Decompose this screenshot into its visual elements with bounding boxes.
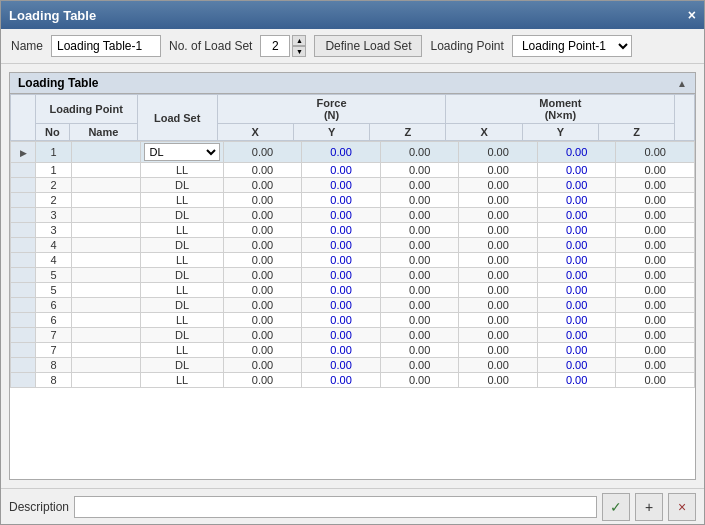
- cell-force-y[interactable]: 0.00: [302, 193, 381, 208]
- cell-moment-x[interactable]: 0.00: [459, 238, 538, 253]
- cell-force-z[interactable]: 0.00: [380, 268, 459, 283]
- cell-force-y[interactable]: 0.00: [302, 142, 381, 163]
- confirm-button[interactable]: ✓: [602, 493, 630, 521]
- spinner-down-button[interactable]: ▼: [292, 46, 306, 57]
- cell-moment-z[interactable]: 0.00: [616, 223, 695, 238]
- cell-moment-y[interactable]: 0.00: [537, 358, 616, 373]
- cell-force-x[interactable]: 0.00: [223, 253, 302, 268]
- cell-moment-y[interactable]: 0.00: [537, 268, 616, 283]
- cell-force-z[interactable]: 0.00: [380, 313, 459, 328]
- cell-force-x[interactable]: 0.00: [223, 238, 302, 253]
- name-input[interactable]: [51, 35, 161, 57]
- cell-force-z[interactable]: 0.00: [380, 193, 459, 208]
- cell-force-x[interactable]: 0.00: [223, 313, 302, 328]
- cell-moment-z[interactable]: 0.00: [616, 163, 695, 178]
- cell-force-x[interactable]: 0.00: [223, 328, 302, 343]
- cell-moment-y[interactable]: 0.00: [537, 343, 616, 358]
- cell-force-z[interactable]: 0.00: [380, 358, 459, 373]
- cell-moment-x[interactable]: 0.00: [459, 313, 538, 328]
- cell-moment-y[interactable]: 0.00: [537, 253, 616, 268]
- cell-moment-x[interactable]: 0.00: [459, 373, 538, 388]
- cell-force-z[interactable]: 0.00: [380, 142, 459, 163]
- cell-force-y[interactable]: 0.00: [302, 238, 381, 253]
- cell-force-y[interactable]: 0.00: [302, 283, 381, 298]
- cell-moment-x[interactable]: 0.00: [459, 208, 538, 223]
- cell-moment-x[interactable]: 0.00: [459, 163, 538, 178]
- cell-force-z[interactable]: 0.00: [380, 328, 459, 343]
- cell-moment-x[interactable]: 0.00: [459, 343, 538, 358]
- description-input[interactable]: [74, 496, 597, 518]
- cell-moment-x[interactable]: 0.00: [459, 283, 538, 298]
- cell-force-y[interactable]: 0.00: [302, 343, 381, 358]
- cell-moment-y[interactable]: 0.00: [537, 313, 616, 328]
- cell-force-x[interactable]: 0.00: [223, 193, 302, 208]
- cell-moment-x[interactable]: 0.00: [459, 298, 538, 313]
- cell-force-y[interactable]: 0.00: [302, 208, 381, 223]
- close-button[interactable]: ×: [668, 493, 696, 521]
- cell-force-y[interactable]: 0.00: [302, 268, 381, 283]
- cell-moment-z[interactable]: 0.00: [616, 313, 695, 328]
- cell-moment-y[interactable]: 0.00: [537, 178, 616, 193]
- cell-force-y[interactable]: 0.00: [302, 178, 381, 193]
- cell-moment-z[interactable]: 0.00: [616, 268, 695, 283]
- cell-force-x[interactable]: 0.00: [223, 178, 302, 193]
- cell-moment-x[interactable]: 0.00: [459, 142, 538, 163]
- cell-moment-z[interactable]: 0.00: [616, 283, 695, 298]
- load-set-input[interactable]: [260, 35, 290, 57]
- collapse-icon[interactable]: ▲: [677, 78, 687, 89]
- cell-force-z[interactable]: 0.00: [380, 178, 459, 193]
- cell-moment-y[interactable]: 0.00: [537, 283, 616, 298]
- cell-moment-y[interactable]: 0.00: [537, 163, 616, 178]
- title-close-button[interactable]: ×: [688, 8, 696, 22]
- cell-force-x[interactable]: 0.00: [223, 142, 302, 163]
- cell-moment-y[interactable]: 0.00: [537, 298, 616, 313]
- define-load-set-button[interactable]: Define Load Set: [314, 35, 422, 57]
- cell-force-z[interactable]: 0.00: [380, 283, 459, 298]
- cell-force-x[interactable]: 0.00: [223, 358, 302, 373]
- cell-moment-y[interactable]: 0.00: [537, 238, 616, 253]
- cell-moment-z[interactable]: 0.00: [616, 208, 695, 223]
- cell-loadset[interactable]: DLLL: [141, 142, 223, 163]
- cell-moment-z[interactable]: 0.00: [616, 298, 695, 313]
- cell-moment-z[interactable]: 0.00: [616, 328, 695, 343]
- cell-force-x[interactable]: 0.00: [223, 268, 302, 283]
- cell-moment-y[interactable]: 0.00: [537, 208, 616, 223]
- cell-moment-y[interactable]: 0.00: [537, 373, 616, 388]
- cell-force-z[interactable]: 0.00: [380, 253, 459, 268]
- cell-force-y[interactable]: 0.00: [302, 223, 381, 238]
- cell-force-y[interactable]: 0.00: [302, 328, 381, 343]
- cell-force-z[interactable]: 0.00: [380, 343, 459, 358]
- cell-force-y[interactable]: 0.00: [302, 313, 381, 328]
- cell-moment-z[interactable]: 0.00: [616, 343, 695, 358]
- spinner-up-button[interactable]: ▲: [292, 35, 306, 46]
- cell-moment-x[interactable]: 0.00: [459, 223, 538, 238]
- table-body-scroll[interactable]: ▶1DLLL0.000.000.000.000.000.001LL0.000.0…: [10, 141, 695, 479]
- cell-moment-z[interactable]: 0.00: [616, 358, 695, 373]
- cell-moment-x[interactable]: 0.00: [459, 328, 538, 343]
- add-button[interactable]: +: [635, 493, 663, 521]
- cell-force-x[interactable]: 0.00: [223, 373, 302, 388]
- cell-force-x[interactable]: 0.00: [223, 283, 302, 298]
- cell-force-y[interactable]: 0.00: [302, 163, 381, 178]
- cell-force-z[interactable]: 0.00: [380, 163, 459, 178]
- cell-force-z[interactable]: 0.00: [380, 238, 459, 253]
- cell-force-z[interactable]: 0.00: [380, 298, 459, 313]
- cell-moment-y[interactable]: 0.00: [537, 142, 616, 163]
- cell-moment-z[interactable]: 0.00: [616, 178, 695, 193]
- cell-force-y[interactable]: 0.00: [302, 298, 381, 313]
- cell-force-y[interactable]: 0.00: [302, 253, 381, 268]
- cell-moment-x[interactable]: 0.00: [459, 178, 538, 193]
- cell-moment-y[interactable]: 0.00: [537, 328, 616, 343]
- cell-force-x[interactable]: 0.00: [223, 163, 302, 178]
- cell-moment-x[interactable]: 0.00: [459, 253, 538, 268]
- cell-force-z[interactable]: 0.00: [380, 373, 459, 388]
- cell-moment-z[interactable]: 0.00: [616, 142, 695, 163]
- cell-moment-z[interactable]: 0.00: [616, 253, 695, 268]
- loading-point-select[interactable]: Loading Point-1: [512, 35, 632, 57]
- cell-moment-z[interactable]: 0.00: [616, 373, 695, 388]
- cell-force-z[interactable]: 0.00: [380, 208, 459, 223]
- cell-moment-x[interactable]: 0.00: [459, 193, 538, 208]
- cell-force-x[interactable]: 0.00: [223, 298, 302, 313]
- cell-force-x[interactable]: 0.00: [223, 208, 302, 223]
- cell-force-x[interactable]: 0.00: [223, 343, 302, 358]
